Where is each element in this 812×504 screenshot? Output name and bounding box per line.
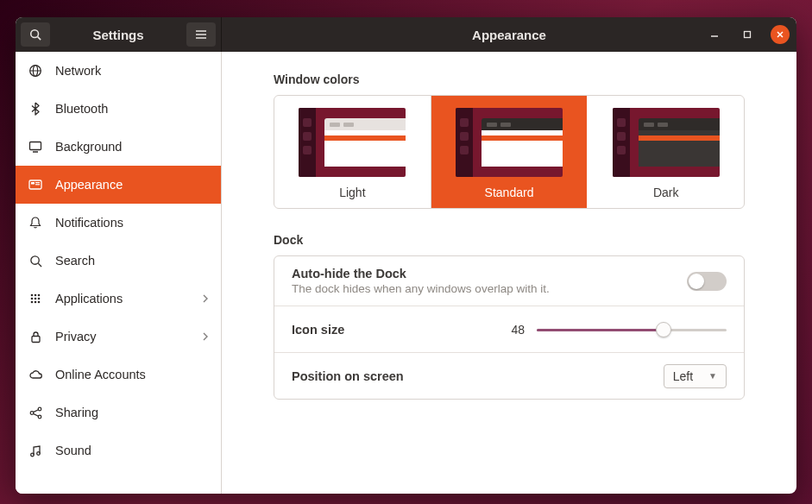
svg-point-23 [31, 298, 34, 300]
window-controls [705, 25, 790, 44]
theme-preview [613, 108, 720, 177]
minimize-button[interactable] [705, 25, 724, 44]
svg-rect-15 [31, 182, 35, 185]
icon-size-label: Icon size [292, 323, 482, 337]
search-icon [29, 28, 41, 41]
sidebar-item-applications[interactable]: Applications [16, 280, 221, 318]
position-value: Left [673, 369, 693, 383]
menu-button[interactable] [186, 22, 216, 47]
apps-icon [28, 291, 43, 306]
titlebar-right: Appearance [222, 17, 796, 52]
chevron-down-icon: ▼ [708, 371, 717, 381]
svg-point-24 [35, 298, 37, 300]
sidebar-item-online-accounts[interactable]: Online Accounts [16, 356, 221, 394]
svg-point-25 [38, 298, 41, 300]
icon-size-value: 48 [499, 323, 525, 337]
svg-point-30 [38, 407, 41, 411]
close-button[interactable] [771, 25, 790, 44]
svg-rect-12 [30, 142, 41, 150]
svg-line-34 [33, 413, 38, 416]
window-body: NetworkBluetoothBackgroundAppearanceNoti… [16, 52, 796, 494]
sidebar-item-label: Search [55, 254, 95, 268]
titlebar-left: Settings [16, 17, 222, 52]
page-title: Appearance [472, 28, 546, 42]
svg-point-36 [37, 451, 41, 455]
svg-line-1 [38, 37, 41, 41]
autohide-sublabel: The dock hides when any windows overlap … [292, 282, 670, 295]
icon-size-row: Icon size 48 [274, 306, 744, 352]
music-icon [28, 443, 43, 458]
sidebar-item-sound[interactable]: Sound [16, 432, 221, 469]
svg-point-35 [31, 453, 35, 457]
sidebar-item-search[interactable]: Search [16, 242, 221, 280]
sidebar-item-label: Applications [55, 292, 123, 306]
chevron-right-icon [202, 331, 209, 342]
svg-rect-17 [35, 184, 40, 185]
sidebar-item-label: Sound [55, 444, 91, 457]
search-button[interactable] [21, 22, 50, 47]
svg-point-18 [30, 255, 38, 263]
svg-point-27 [35, 301, 37, 304]
position-select[interactable]: Left ▼ [664, 364, 727, 388]
sidebar-item-label: Appearance [55, 178, 123, 192]
theme-label: Dark [596, 186, 735, 199]
svg-point-28 [38, 301, 41, 304]
svg-line-33 [33, 409, 38, 412]
sidebar-item-label: Privacy [55, 330, 97, 343]
svg-point-32 [38, 415, 41, 419]
sidebar-item-label: Sharing [55, 406, 98, 419]
theme-option-dark[interactable]: Dark [587, 96, 744, 208]
autohide-label: Auto-hide the Dock [292, 267, 670, 280]
theme-option-standard[interactable]: Standard [431, 96, 588, 208]
svg-point-22 [38, 294, 41, 297]
sidebar-item-network[interactable]: Network [16, 52, 221, 90]
bell-icon [28, 215, 43, 230]
cloud-icon [28, 367, 43, 382]
svg-rect-16 [35, 182, 40, 183]
titlebar: Settings Appearance [16, 17, 796, 52]
lock-icon [28, 329, 43, 344]
theme-preview [456, 108, 563, 177]
minimize-icon [710, 30, 719, 39]
theme-selector: LightStandardDark [274, 95, 745, 209]
sidebar-item-notifications[interactable]: Notifications [16, 204, 221, 242]
position-row: Position on screen Left ▼ [274, 352, 744, 399]
share-icon [28, 405, 43, 420]
svg-point-31 [30, 411, 34, 414]
maximize-icon [743, 30, 752, 39]
maximize-button[interactable] [738, 25, 757, 44]
content-area: Window colors LightStandardDark Dock Aut… [222, 52, 796, 494]
bluetooth-icon [28, 101, 43, 117]
sidebar-item-sharing[interactable]: Sharing [16, 394, 221, 432]
dock-heading: Dock [274, 233, 745, 247]
theme-option-light[interactable]: Light [274, 96, 431, 208]
autohide-toggle[interactable] [687, 272, 727, 291]
sidebar: NetworkBluetoothBackgroundAppearanceNoti… [16, 52, 222, 494]
icon-size-slider[interactable] [537, 321, 727, 338]
sidebar-item-background[interactable]: Background [16, 128, 221, 166]
sidebar-item-privacy[interactable]: Privacy [16, 318, 221, 356]
sidebar-item-label: Notifications [55, 216, 123, 230]
sidebar-item-appearance[interactable]: Appearance [16, 166, 221, 204]
svg-point-26 [31, 301, 34, 304]
svg-point-20 [31, 294, 34, 297]
sidebar-item-label: Network [55, 64, 101, 78]
sidebar-item-label: Background [55, 140, 122, 154]
sidebar-item-label: Bluetooth [55, 102, 108, 116]
sidebar-title: Settings [50, 28, 186, 42]
sidebar-item-label: Online Accounts [55, 368, 146, 381]
close-icon [776, 30, 784, 39]
display-icon [28, 139, 43, 154]
svg-line-19 [38, 263, 41, 267]
position-label: Position on screen [292, 369, 646, 383]
autohide-row: Auto-hide the Dock The dock hides when a… [274, 256, 744, 306]
dock-settings: Auto-hide the Dock The dock hides when a… [274, 255, 745, 400]
hamburger-icon [195, 29, 207, 40]
search-icon [28, 253, 43, 268]
theme-preview [299, 108, 406, 177]
appearance-icon [28, 177, 43, 192]
settings-window: Settings Appearance Net [16, 17, 796, 494]
svg-point-21 [35, 294, 37, 297]
svg-point-0 [31, 30, 39, 38]
sidebar-item-bluetooth[interactable]: Bluetooth [16, 90, 221, 128]
